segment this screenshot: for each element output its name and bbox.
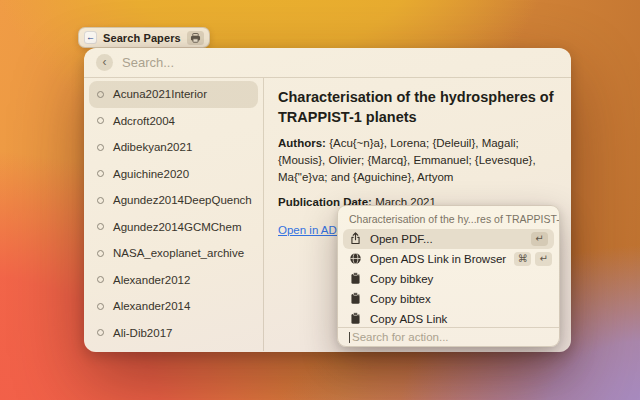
back-button[interactable]: ‹ [96, 54, 113, 71]
action-menu: Characterisation of the hy...res of TRAP… [337, 205, 560, 347]
action-menu-items: Open PDF...↵Open ADS Link in Browser⌘↵Co… [338, 227, 559, 327]
circle-bullet-icon [97, 144, 104, 151]
circle-bullet-icon [97, 117, 104, 124]
list-item[interactable]: Alexander2014 [89, 293, 258, 320]
circle-bullet-icon [97, 276, 104, 283]
list-item[interactable]: NASA_exoplanet_archive [89, 240, 258, 267]
paper-key: NASA_exoplanet_archive [113, 247, 244, 259]
paper-key: Acuna2021Interior [113, 88, 207, 100]
paper-key: Agundez2014DeepQuench [113, 194, 252, 206]
pill-label: Search Papers [103, 32, 181, 44]
text-caret [349, 332, 350, 343]
paper-key: Agundez2014GCMChem [113, 221, 242, 233]
action-label: Open ADS Link in Browser [370, 253, 506, 265]
search-papers-pill[interactable]: ← Search Papers [78, 27, 210, 48]
paper-title: Characterisation of the hydrospheres of … [278, 87, 557, 128]
back-arrow-icon: ← [84, 31, 97, 44]
circle-bullet-icon [97, 223, 104, 230]
shortcut-badges: ↵ [531, 232, 548, 246]
search-input[interactable] [122, 55, 559, 70]
paper-key: Adcroft2004 [113, 115, 175, 127]
clipboard-icon [349, 312, 362, 325]
list-item[interactable]: Ali-Dib2017 [89, 320, 258, 347]
clipboard-icon [349, 272, 362, 285]
action-menu-item[interactable]: Copy bibkey [343, 269, 554, 289]
action-menu-item[interactable]: Open ADS Link in Browser⌘↵ [343, 249, 554, 269]
paper-key: Aguichine2020 [113, 168, 189, 180]
cmd-key-icon: ⌘ [514, 252, 531, 266]
search-bar: ‹ [84, 48, 571, 78]
printer-icon [187, 31, 204, 45]
list-item[interactable]: Agundez2014GCMChem [89, 214, 258, 241]
list-item[interactable]: Alibert2005 [89, 346, 258, 351]
list-item[interactable]: Agundez2014DeepQuench [89, 187, 258, 214]
clipboard-icon [349, 292, 362, 305]
shortcut-badges: ⌘↵ [514, 252, 552, 266]
share-icon [349, 232, 362, 245]
paper-authors: Authors: {Acu{~n}a}, Lorena; {Deleuil}, … [278, 135, 557, 187]
paper-key: Adibekyan2021 [113, 141, 192, 153]
list-item[interactable]: Alexander2012 [89, 267, 258, 294]
circle-bullet-icon [97, 329, 104, 336]
paper-list: Acuna2021InteriorAdcroft2004Adibekyan202… [84, 78, 264, 351]
list-item[interactable]: Acuna2021Interior [89, 81, 258, 108]
globe-icon [349, 252, 362, 265]
circle-bullet-icon [97, 197, 104, 204]
paper-key: Alexander2012 [113, 274, 190, 286]
action-label: Copy ADS Link [370, 313, 447, 325]
action-menu-item[interactable]: Open PDF...↵ [343, 229, 554, 249]
paper-key: Alexander2014 [113, 300, 190, 312]
circle-bullet-icon [97, 91, 104, 98]
paper-key: Ali-Dib2017 [113, 327, 172, 339]
action-label: Copy bibtex [370, 293, 431, 305]
chevron-left-icon: ‹ [103, 56, 107, 68]
circle-bullet-icon [97, 170, 104, 177]
open-in-ads-link[interactable]: Open in ADS [278, 224, 344, 236]
action-label: Open PDF... [370, 233, 433, 245]
action-label: Copy bibkey [370, 273, 433, 285]
circle-bullet-icon [97, 303, 104, 310]
action-menu-title: Characterisation of the hy...res of TRAP… [338, 206, 559, 227]
list-item[interactable]: Adcroft2004 [89, 108, 258, 135]
action-search-placeholder: Search for action... [352, 331, 449, 343]
circle-bullet-icon [97, 250, 104, 257]
list-item[interactable]: Adibekyan2021 [89, 134, 258, 161]
list-item[interactable]: Aguichine2020 [89, 161, 258, 188]
return-key-icon: ↵ [531, 232, 548, 246]
action-menu-item[interactable]: Copy bibtex [343, 289, 554, 309]
action-search-input[interactable]: Search for action... [338, 327, 559, 346]
return-key-icon: ↵ [535, 252, 552, 266]
authors-label: Authors: [278, 137, 326, 149]
action-menu-item[interactable]: Copy ADS Link [343, 309, 554, 327]
